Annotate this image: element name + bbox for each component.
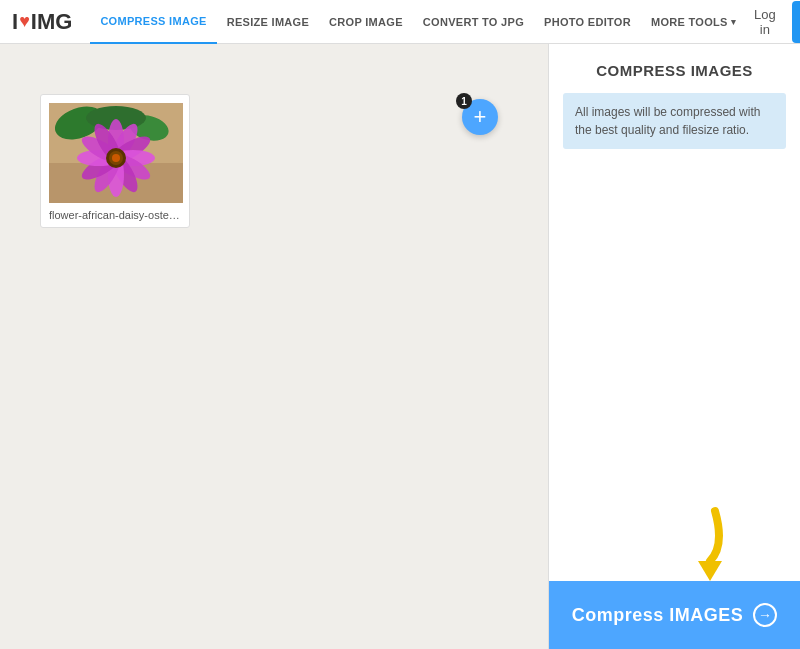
- header: I ♥ IMG COMPRESS IMAGE RESIZE IMAGE CROP…: [0, 0, 800, 44]
- chevron-down-icon: ▾: [731, 17, 736, 27]
- main-content: flower-african-daisy-osteosper.. 1 + COM…: [0, 44, 800, 649]
- logo-img: IMG: [31, 9, 73, 35]
- compress-button-label: Compress IMAGES: [572, 605, 744, 626]
- image-thumbnail: [49, 103, 183, 203]
- upload-area: flower-african-daisy-osteosper.. 1 +: [0, 44, 548, 649]
- info-text: All images will be compressed with the b…: [575, 105, 760, 137]
- signup-button[interactable]: Sign up: [792, 1, 800, 43]
- header-actions: Log in Sign up ☰: [746, 1, 800, 43]
- flower-svg: [49, 103, 183, 203]
- spacer: [549, 163, 800, 501]
- logo[interactable]: I ♥ IMG: [12, 9, 72, 35]
- nav-resize-image[interactable]: RESIZE IMAGE: [217, 0, 319, 44]
- nav-more-tools[interactable]: MORE TOOLS ▾: [641, 0, 746, 44]
- image-count-badge: 1: [456, 93, 472, 109]
- nav-crop-image[interactable]: CROP IMAGE: [319, 0, 413, 44]
- compress-button-icon: →: [753, 603, 777, 627]
- nav-compress-image[interactable]: COMPRESS IMAGE: [90, 0, 216, 44]
- plus-icon: +: [474, 104, 487, 130]
- compress-images-button[interactable]: Compress IMAGES →: [549, 581, 800, 649]
- arrow-icon: [680, 506, 740, 581]
- image-filename: flower-african-daisy-osteosper..: [49, 209, 181, 221]
- right-panel: COMPRESS IMAGES All images will be compr…: [548, 44, 800, 649]
- add-button-container: 1 +: [462, 99, 498, 135]
- nav-convert-to-jpg[interactable]: CONVERT TO JPG: [413, 0, 534, 44]
- info-box: All images will be compressed with the b…: [563, 93, 786, 149]
- main-nav: COMPRESS IMAGE RESIZE IMAGE CROP IMAGE C…: [90, 0, 746, 44]
- svg-marker-20: [698, 561, 722, 581]
- svg-point-19: [112, 154, 120, 162]
- panel-title: COMPRESS IMAGES: [549, 44, 800, 93]
- login-button[interactable]: Log in: [746, 7, 784, 37]
- logo-heart-icon: ♥: [19, 11, 30, 32]
- nav-photo-editor[interactable]: PHOTO EDITOR: [534, 0, 641, 44]
- image-card: flower-african-daisy-osteosper..: [40, 94, 190, 228]
- arrow-container: [549, 501, 800, 581]
- logo-i: I: [12, 9, 18, 35]
